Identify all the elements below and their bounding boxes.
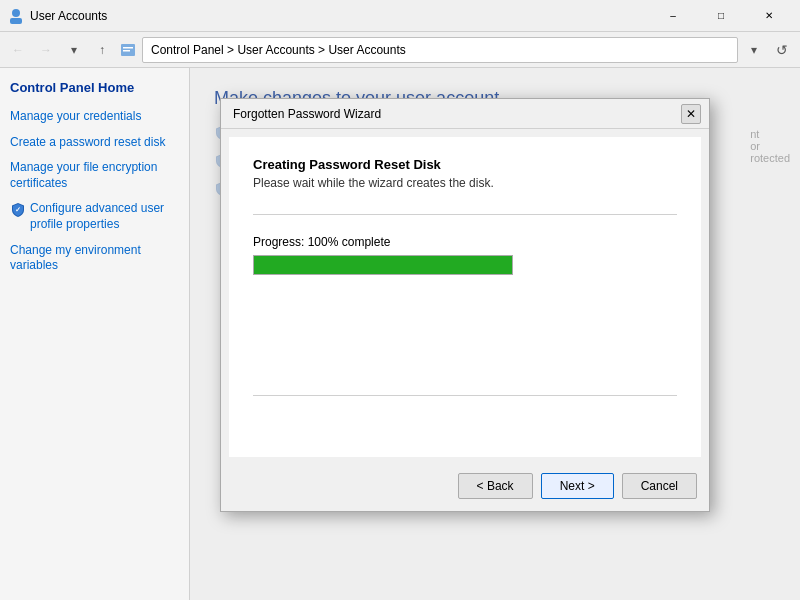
content-area: Make changes to your user account Change… (190, 68, 800, 600)
svg-text:✓: ✓ (15, 206, 21, 213)
title-bar: User Accounts – □ ✕ (0, 0, 800, 32)
svg-rect-3 (123, 47, 133, 49)
forward-button[interactable]: → (34, 38, 58, 62)
window-title: User Accounts (30, 9, 650, 23)
svg-point-0 (12, 9, 20, 17)
progress-bar-fill (254, 256, 512, 274)
location-icon (118, 40, 138, 60)
dialog-footer: < Back Next > Cancel (221, 465, 709, 511)
sidebar-item-create-reset-disk[interactable]: Create a password reset disk (10, 135, 179, 151)
svg-rect-1 (10, 18, 22, 24)
maximize-button[interactable]: □ (698, 2, 744, 30)
dialog-heading: Creating Password Reset Disk (253, 157, 677, 172)
advanced-profile-link[interactable]: Configure advanced user profile properti… (30, 201, 179, 232)
recent-locations-button[interactable]: ▾ (62, 38, 86, 62)
dialog-subtext: Please wait while the wizard creates the… (253, 176, 677, 190)
separator-bottom (253, 395, 677, 396)
dialog-overlay: Forgotten Password Wizard ✕ Creating Pas… (190, 68, 800, 600)
dialog-body: Creating Password Reset Disk Please wait… (229, 137, 701, 457)
sidebar-item-manage-credentials[interactable]: Manage your credentials (10, 109, 179, 125)
sidebar-item-advanced-profile[interactable]: ✓ Configure advanced user profile proper… (10, 201, 179, 232)
address-input[interactable] (142, 37, 738, 63)
minimize-button[interactable]: – (650, 2, 696, 30)
dialog-title: Forgotten Password Wizard (233, 107, 681, 121)
separator-top (253, 214, 677, 215)
dialog-close-button[interactable]: ✕ (681, 104, 701, 124)
next-button[interactable]: Next > (541, 473, 614, 499)
window-icon (8, 8, 24, 24)
back-button[interactable]: ← (6, 38, 30, 62)
sidebar-item-manage-encryption[interactable]: Manage your file encryption certificates (10, 160, 179, 191)
sidebar: Control Panel Home Manage your credentia… (0, 68, 190, 600)
window-controls: – □ ✕ (650, 2, 792, 30)
address-bar: ← → ▾ ↑ ▾ ↺ (0, 32, 800, 68)
forgotten-password-wizard-dialog: Forgotten Password Wizard ✕ Creating Pas… (220, 98, 710, 512)
main-layout: Control Panel Home Manage your credentia… (0, 68, 800, 600)
progress-bar-container (253, 255, 513, 275)
shield-icon-advanced: ✓ (10, 202, 26, 218)
up-button[interactable]: ↑ (90, 38, 114, 62)
dialog-titlebar: Forgotten Password Wizard ✕ (221, 99, 709, 129)
progress-label: Progress: 100% complete (253, 235, 677, 249)
svg-rect-4 (123, 50, 130, 52)
close-button[interactable]: ✕ (746, 2, 792, 30)
search-dropdown-button[interactable]: ▾ (742, 38, 766, 62)
sidebar-item-env-variables[interactable]: Change my environment variables (10, 243, 179, 274)
cancel-button[interactable]: Cancel (622, 473, 697, 499)
sidebar-title: Control Panel Home (10, 80, 179, 95)
back-button[interactable]: < Back (458, 473, 533, 499)
refresh-button[interactable]: ↺ (770, 38, 794, 62)
